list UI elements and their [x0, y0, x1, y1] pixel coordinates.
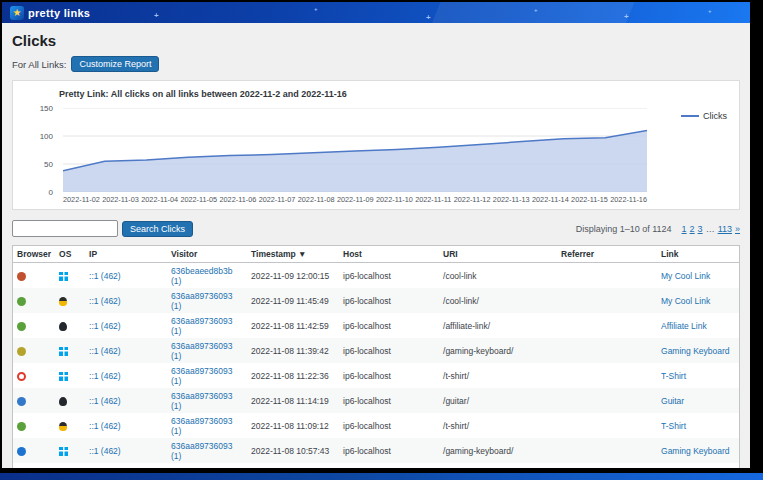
x-tick-label: 2022-11-10	[376, 195, 413, 204]
x-tick-label: 2022-11-03	[102, 195, 139, 204]
chart-legend: Clicks	[681, 111, 727, 121]
referrer-cell	[557, 438, 657, 463]
uri-cell: /gaming-keyboard/	[439, 338, 557, 363]
y-tick-label: 100	[40, 132, 53, 141]
clicks-chart-card: Pretty Link: All clicks on all links bet…	[12, 80, 740, 210]
ip-link[interactable]: ::1 (462)	[89, 421, 121, 431]
search-input[interactable]	[12, 220, 118, 237]
pagination-page-1[interactable]: 1	[682, 224, 687, 234]
table-row: ::1 (462)636beaeed8b3b (1)2022-11-09 12:…	[13, 263, 740, 289]
safari-browser-icon	[17, 397, 26, 406]
visitor-link[interactable]: 636aa89736093 (1)	[171, 316, 232, 336]
uri-cell: /cool-link/	[439, 288, 557, 313]
sparkle-icon: +	[154, 11, 159, 20]
column-header-ip[interactable]: IP	[85, 246, 167, 263]
visitor-link[interactable]: 636aa89736093 (1)	[171, 366, 232, 386]
pagination-page-113[interactable]: 113	[718, 224, 732, 234]
pagination-page-3[interactable]: 3	[698, 224, 703, 234]
x-tick-label: 2022-11-09	[337, 195, 374, 204]
windows-os-icon	[59, 372, 68, 381]
ip-link[interactable]: ::1 (462)	[89, 371, 121, 381]
host-cell: ip6-localhost	[339, 263, 439, 289]
filter-label: For All Links:	[12, 59, 66, 70]
host-cell: ip6-localhost	[339, 363, 439, 388]
pretty-link[interactable]: Gaming Keyboard	[661, 446, 730, 456]
host-cell: ip6-localhost	[339, 388, 439, 413]
ip-link[interactable]: ::1 (462)	[89, 396, 121, 406]
uri-cell: /t-shirt/	[439, 363, 557, 388]
search-clicks-button[interactable]: Search Clicks	[122, 221, 193, 237]
x-tick-label: 2022-11-14	[532, 195, 569, 204]
sparkle-icon: +	[708, 8, 712, 14]
ip-link[interactable]: ::1 (462)	[89, 296, 121, 306]
x-tick-label: 2022-11-04	[141, 195, 178, 204]
logo-text: pretty links	[28, 7, 90, 19]
uri-cell: /cool-link/	[439, 463, 557, 468]
x-tick-label: 2022-11-13	[493, 195, 530, 204]
table-row: ::1 (462)636aa89736093 (1)2022-11-08 10:…	[13, 438, 740, 463]
visitor-link[interactable]: 636aa89736093 (1)	[171, 416, 232, 436]
visitor-link[interactable]: 636beaeed8b3b (1)	[171, 266, 232, 286]
host-cell: ip6-localhost	[339, 438, 439, 463]
column-header-host[interactable]: Host	[339, 246, 439, 263]
chart-title: Pretty Link: All clicks on all links bet…	[59, 89, 729, 99]
x-tick-label: 2022-11-08	[298, 195, 335, 204]
uri-cell: /guitar/	[439, 388, 557, 413]
visitor-link[interactable]: 636aa89736093 (1)	[171, 466, 232, 469]
host-cell: ip6-localhost	[339, 288, 439, 313]
sparkle-icon: +	[426, 13, 431, 22]
pretty-link[interactable]: T-Shirt	[661, 421, 686, 431]
customize-report-button[interactable]: Customize Report	[71, 56, 159, 72]
pagination-page-»[interactable]: »	[735, 224, 740, 234]
visitor-link[interactable]: 636aa89736093 (1)	[171, 441, 232, 461]
column-header-os[interactable]: OS	[55, 246, 85, 263]
visitor-link[interactable]: 636aa89736093 (1)	[171, 341, 232, 361]
referrer-cell	[557, 388, 657, 413]
clicks-table: BrowserOSIPVisitorTimestamp ▼HostURIRefe…	[12, 245, 740, 468]
pretty-link[interactable]: Guitar	[661, 396, 684, 406]
table-row: ::1 (462)636aa89736093 (1)2022-11-08 11:…	[13, 388, 740, 413]
uri-cell: /gaming-keyboard/	[439, 438, 557, 463]
pretty-link[interactable]: Affiliate Link	[661, 321, 707, 331]
referrer-cell	[557, 463, 657, 468]
pretty-link[interactable]: Gaming Keyboard	[661, 346, 730, 356]
visitor-link[interactable]: 636aa89736093 (1)	[171, 291, 232, 311]
ip-link[interactable]: ::1 (462)	[89, 271, 121, 281]
column-header-referrer[interactable]: Referrer	[557, 246, 657, 263]
chrome-browser-icon	[17, 322, 26, 331]
column-header-visitor[interactable]: Visitor	[167, 246, 247, 263]
pretty-link[interactable]: T-Shirt	[661, 371, 686, 381]
table-row: ::1 (462)636aa89736093 (1)2022-11-08 10:…	[13, 463, 740, 468]
visitor-link[interactable]: 636aa89736093 (1)	[171, 391, 232, 411]
ip-link[interactable]: ::1 (462)	[89, 346, 121, 356]
windows-os-icon	[59, 347, 68, 356]
sparkle-icon: +	[314, 6, 318, 12]
pagination-page-2[interactable]: 2	[690, 224, 695, 234]
pagination-pages: 123…113»	[679, 224, 740, 234]
page-title: Clicks	[12, 32, 740, 49]
table-row: ::1 (462)636aa89736093 (1)2022-11-08 11:…	[13, 413, 740, 438]
table-row: ::1 (462)636aa89736093 (1)2022-11-08 11:…	[13, 363, 740, 388]
table-row: ::1 (462)636aa89736093 (1)2022-11-09 11:…	[13, 288, 740, 313]
star-logo-icon: ★	[10, 6, 24, 20]
timestamp-cell: 2022-11-09 11:45:49	[247, 288, 339, 313]
pagination-summary: Displaying 1–10 of 1124	[576, 224, 672, 234]
pagination-top: Displaying 1–10 of 1124 123…113»	[576, 224, 740, 234]
column-header-timestamp[interactable]: Timestamp ▼	[247, 246, 339, 263]
mac-os-icon	[59, 397, 67, 406]
pretty-link[interactable]: My Cool Link	[661, 271, 710, 281]
ip-link[interactable]: ::1 (462)	[89, 321, 121, 331]
pretty-link[interactable]: My Cool Link	[661, 296, 710, 306]
column-header-link[interactable]: Link	[657, 246, 739, 263]
timestamp-cell: 2022-11-08 10:54:35	[247, 463, 339, 468]
referrer-cell	[557, 338, 657, 363]
referrer-cell	[557, 413, 657, 438]
x-tick-label: 2022-11-16	[610, 195, 647, 204]
edge-browser-icon	[17, 447, 26, 456]
ip-link[interactable]: ::1 (462)	[89, 446, 121, 456]
chart-plot-area: 050100150 Clicks	[63, 108, 647, 192]
column-header-uri[interactable]: URI	[439, 246, 557, 263]
uri-cell: /cool-link	[439, 263, 557, 289]
main-content: Clicks For All Links: Customize Report P…	[2, 32, 750, 468]
column-header-browser[interactable]: Browser	[13, 246, 56, 263]
